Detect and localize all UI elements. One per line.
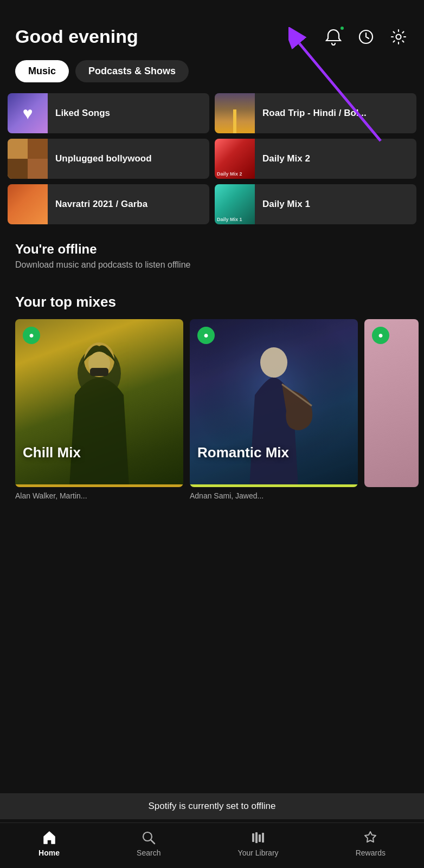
svg-rect-15	[259, 834, 261, 842]
svg-rect-16	[262, 833, 264, 843]
header-icons	[323, 27, 409, 47]
artist-subtitles: Alan Walker, Martin... Adnan Sami, Jawed…	[0, 487, 424, 507]
liked-songs-card[interactable]: ♥ Liked Songs	[8, 93, 209, 133]
bollywood-label: Unplugged bollywood	[48, 153, 159, 165]
header: Good evening	[0, 0, 424, 56]
nav-rewards[interactable]: Rewards	[356, 830, 386, 857]
navratri-thumb	[8, 184, 48, 224]
road-trip-thumb	[215, 93, 255, 133]
third-mix-card[interactable]: ●	[364, 319, 419, 487]
nav-library-label: Your Library	[238, 848, 279, 857]
offline-subtitle: Download music and podcasts to listen of…	[15, 260, 409, 270]
chill-mix-spotify-badge: ●	[23, 327, 40, 344]
bollywood-thumb	[8, 139, 48, 179]
music-chip[interactable]: Music	[15, 60, 69, 82]
svg-rect-14	[255, 832, 258, 843]
top-mixes-header: Your top mixes	[0, 278, 424, 319]
library-icon	[250, 830, 266, 846]
offline-title: You're offline	[15, 242, 409, 257]
third-mix-spotify-badge: ●	[372, 327, 389, 344]
offline-banner: Spotify is currently set to offline	[0, 793, 424, 819]
page-title: Good evening	[15, 26, 138, 47]
bottom-nav: Home Search Your Library Rewards	[0, 822, 424, 868]
chill-mix-bg	[15, 319, 183, 487]
notification-dot	[339, 25, 345, 31]
heart-icon: ♥	[23, 103, 33, 124]
romantic-mix-bg	[190, 319, 358, 487]
romantic-mix-spotify-badge: ●	[197, 327, 215, 344]
romantic-artists: Adnan Sami, Jawed...	[183, 491, 351, 500]
nav-search[interactable]: Search	[137, 830, 160, 857]
rewards-icon	[362, 830, 378, 846]
svg-rect-7	[90, 368, 108, 376]
third-mix-bg	[364, 319, 419, 487]
quick-access-grid: ♥ Liked Songs Road Trip - Hindi / Bol...	[0, 93, 424, 224]
offline-section: You're offline Download music and podcas…	[0, 224, 424, 278]
nav-library[interactable]: Your Library	[238, 830, 279, 857]
settings-icon[interactable]	[388, 27, 409, 47]
svg-rect-13	[252, 833, 254, 842]
romantic-mix-card[interactable]: ● Romantic Mix	[190, 319, 358, 487]
svg-line-12	[151, 840, 155, 844]
svg-point-1	[396, 34, 401, 39]
search-icon	[140, 830, 157, 846]
mixes-row: ● Chill Mix	[0, 319, 424, 487]
romantic-mix-bar	[190, 484, 358, 487]
notification-icon[interactable]	[323, 27, 344, 47]
road-trip-label: Road Trip - Hindi / Bol...	[255, 107, 374, 119]
offline-banner-text: Spotify is currently set to offline	[149, 801, 276, 811]
chill-mix-label: Chill Mix	[23, 444, 81, 461]
daily-mix-1-thumb: Daily Mix 1	[215, 184, 255, 224]
liked-songs-label: Liked Songs	[48, 107, 118, 119]
chill-mix-card[interactable]: ● Chill Mix	[15, 319, 183, 487]
svg-point-9	[260, 347, 287, 378]
nav-home[interactable]: Home	[38, 830, 60, 857]
navratri-card[interactable]: Navratri 2021 / Garba	[8, 184, 209, 224]
svg-point-11	[143, 832, 152, 841]
home-icon	[41, 830, 57, 846]
romantic-mix-label: Romantic Mix	[197, 444, 289, 461]
recent-icon[interactable]	[356, 27, 376, 47]
daily-mix-2-label: Daily Mix 2	[255, 153, 318, 165]
road-trip-card[interactable]: Road Trip - Hindi / Bol...	[215, 93, 416, 133]
liked-songs-thumb: ♥	[8, 93, 48, 133]
daily-mix-2-card[interactable]: Daily Mix 2 Daily Mix 2	[215, 139, 416, 179]
chill-mix-bar	[15, 484, 183, 487]
nav-home-label: Home	[38, 848, 60, 857]
navratri-label: Navratri 2021 / Garba	[48, 198, 155, 210]
bollywood-card[interactable]: Unplugged bollywood	[8, 139, 209, 179]
podcasts-chip[interactable]: Podcasts & Shows	[75, 60, 189, 82]
filter-row: Music Podcasts & Shows	[0, 56, 424, 93]
nav-rewards-label: Rewards	[356, 848, 386, 857]
daily-mix-1-card[interactable]: Daily Mix 1 Daily Mix 1	[215, 184, 416, 224]
chill-artists: Alan Walker, Martin...	[15, 491, 183, 500]
daily-mix-2-thumb: Daily Mix 2	[215, 139, 255, 179]
daily-mix-1-label: Daily Mix 1	[255, 198, 318, 210]
nav-search-label: Search	[137, 848, 160, 857]
